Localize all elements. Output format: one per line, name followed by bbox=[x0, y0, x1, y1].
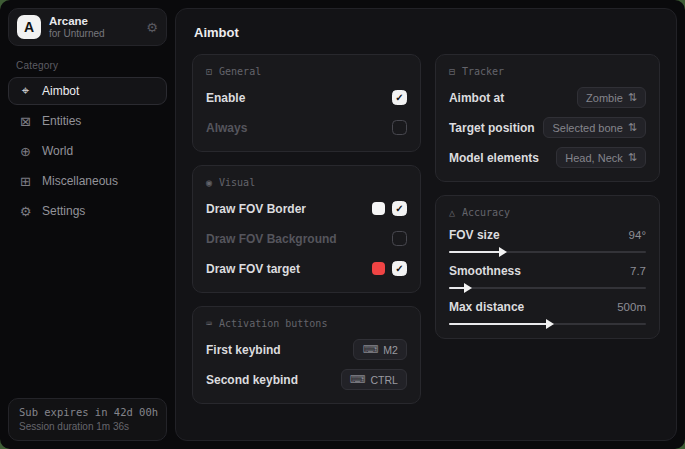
grid-icon: ⊞ bbox=[18, 174, 33, 189]
entities-icon: ⊠ bbox=[18, 114, 33, 129]
sidebar-item-label: Entities bbox=[42, 114, 81, 128]
slider-row-smoothness: Smoothness 7.7 bbox=[449, 264, 646, 289]
setting-row-first-keybind: First keybind ⌨ M2 bbox=[206, 339, 407, 360]
model-elements-dropdown[interactable]: Head, Neck ⇅ bbox=[556, 147, 646, 168]
sidebar-item-world[interactable]: ⊕ World bbox=[8, 137, 167, 165]
sidebar-item-label: Miscellaneous bbox=[42, 174, 118, 188]
setting-label: First keybind bbox=[206, 343, 281, 357]
keyboard-icon: ⌨ bbox=[362, 343, 378, 356]
aimbot-at-dropdown[interactable]: Zombie ⇅ bbox=[577, 87, 646, 108]
brand-logo: A bbox=[17, 15, 41, 39]
subscription-card: Sub expires in 42d 00h Session duration … bbox=[8, 398, 167, 441]
tracker-card: ⊟ Tracker Aimbot at Zombie ⇅ Target posi… bbox=[435, 54, 660, 182]
setting-row-enable: Enable ✓ bbox=[206, 87, 407, 108]
enable-checkbox[interactable]: ✓ bbox=[392, 90, 407, 105]
setting-row-aimbot-at: Aimbot at Zombie ⇅ bbox=[449, 87, 646, 108]
setting-row-fov-target: Draw FOV target ✓ bbox=[206, 258, 407, 279]
slider-row-fov-size: FOV size 94° bbox=[449, 228, 646, 253]
tracker-icon: ⊟ bbox=[449, 66, 455, 77]
dropdown-value: Head, Neck bbox=[565, 152, 622, 164]
setting-label: Enable bbox=[206, 91, 245, 105]
card-header-label: Accuracy bbox=[462, 207, 510, 218]
sidebar-item-label: Aimbot bbox=[42, 84, 79, 98]
general-icon: ⊡ bbox=[206, 66, 212, 77]
sidebar-item-miscellaneous[interactable]: ⊞ Miscellaneous bbox=[8, 167, 167, 195]
setting-label: Smoothness bbox=[449, 264, 521, 278]
brand-subtitle: for Unturned bbox=[49, 28, 138, 39]
slider-value: 7.7 bbox=[630, 265, 646, 277]
setting-label: Second keybind bbox=[206, 373, 298, 387]
dropdown-value: Selected bone bbox=[552, 122, 622, 134]
setting-label: Max distance bbox=[449, 300, 524, 314]
keyboard-icon: ⌨ bbox=[350, 373, 366, 386]
setting-label: Draw FOV target bbox=[206, 262, 300, 276]
settings-gear-icon: ⚙ bbox=[18, 204, 33, 219]
sidebar-item-label: Settings bbox=[42, 204, 85, 218]
keybind-value: CTRL bbox=[371, 374, 398, 386]
category-label: Category bbox=[16, 60, 167, 71]
always-checkbox[interactable]: ✓ bbox=[392, 120, 407, 135]
setting-label: Model elements bbox=[449, 151, 539, 165]
setting-label: Aimbot at bbox=[449, 91, 504, 105]
visual-card: ◉ Visual Draw FOV Border ✓ Draw FOV Back… bbox=[192, 165, 421, 293]
fov-border-checkbox[interactable]: ✓ bbox=[392, 201, 407, 216]
brand-title: Arcane bbox=[49, 15, 138, 28]
page-title: Aimbot bbox=[194, 25, 660, 40]
sub-expiry-text: Sub expires in 42d 00h bbox=[19, 406, 156, 418]
fov-size-slider[interactable] bbox=[449, 251, 646, 253]
sidebar-item-label: World bbox=[42, 144, 73, 158]
chevron-expand-icon: ⇅ bbox=[628, 91, 637, 104]
session-duration-text: Session duration 1m 36s bbox=[19, 421, 156, 432]
second-keybind-button[interactable]: ⌨ CTRL bbox=[341, 369, 407, 390]
sidebar-nav: ⌖ Aimbot ⊠ Entities ⊕ World ⊞ Miscellane… bbox=[8, 77, 167, 225]
color-swatch[interactable] bbox=[372, 262, 385, 275]
sidebar-item-settings[interactable]: ⚙ Settings bbox=[8, 197, 167, 225]
visual-icon: ◉ bbox=[206, 177, 212, 188]
fov-background-checkbox[interactable]: ✓ bbox=[392, 231, 407, 246]
card-header-label: General bbox=[219, 66, 261, 77]
setting-row-second-keybind: Second keybind ⌨ CTRL bbox=[206, 369, 407, 390]
chevron-expand-icon: ⇅ bbox=[628, 121, 637, 134]
globe-icon: ⊕ bbox=[18, 144, 33, 159]
crosshair-icon: ⌖ bbox=[18, 83, 33, 99]
dropdown-value: Zombie bbox=[586, 92, 623, 104]
brand-card: A Arcane for Unturned ⚙ bbox=[8, 8, 167, 46]
color-swatch[interactable] bbox=[372, 202, 385, 215]
setting-row-always: Always ✓ bbox=[206, 117, 407, 138]
slider-value: 94° bbox=[629, 229, 646, 241]
accuracy-icon: △ bbox=[449, 207, 455, 218]
max-distance-slider[interactable] bbox=[449, 323, 646, 325]
chevron-expand-icon: ⇅ bbox=[628, 151, 637, 164]
setting-label: FOV size bbox=[449, 228, 500, 242]
setting-label: Target position bbox=[449, 121, 535, 135]
setting-row-fov-border: Draw FOV Border ✓ bbox=[206, 198, 407, 219]
setting-label: Draw FOV Background bbox=[206, 232, 337, 246]
gear-icon[interactable]: ⚙ bbox=[146, 20, 158, 35]
setting-row-fov-background: Draw FOV Background ✓ bbox=[206, 228, 407, 249]
setting-label: Always bbox=[206, 121, 247, 135]
accuracy-card: △ Accuracy FOV size 94° bbox=[435, 195, 660, 339]
card-header-label: Visual bbox=[219, 177, 255, 188]
brand-text: Arcane for Unturned bbox=[49, 15, 138, 39]
slider-thumb[interactable] bbox=[499, 247, 507, 257]
sidebar-item-entities[interactable]: ⊠ Entities bbox=[8, 107, 167, 135]
general-card: ⊡ General Enable ✓ Always ✓ bbox=[192, 54, 421, 152]
slider-thumb[interactable] bbox=[546, 319, 554, 329]
setting-row-target-position: Target position Selected bone ⇅ bbox=[449, 117, 646, 138]
card-header-label: Activation buttons bbox=[219, 318, 327, 329]
main-panel: Aimbot ⊡ General Enable ✓ Always ✓ bbox=[175, 8, 677, 441]
target-position-dropdown[interactable]: Selected bone ⇅ bbox=[543, 117, 646, 138]
slider-row-max-distance: Max distance 500m bbox=[449, 300, 646, 325]
sidebar-item-aimbot[interactable]: ⌖ Aimbot bbox=[8, 77, 167, 105]
slider-value: 500m bbox=[617, 301, 646, 313]
setting-row-model-elements: Model elements Head, Neck ⇅ bbox=[449, 147, 646, 168]
keyboard-icon: ⌨ bbox=[206, 318, 212, 329]
setting-label: Draw FOV Border bbox=[206, 202, 306, 216]
fov-target-checkbox[interactable]: ✓ bbox=[392, 261, 407, 276]
slider-thumb[interactable] bbox=[464, 283, 472, 293]
sidebar: A Arcane for Unturned ⚙ Category ⌖ Aimbo… bbox=[0, 0, 175, 449]
smoothness-slider[interactable] bbox=[449, 287, 646, 289]
card-header-label: Tracker bbox=[462, 66, 504, 77]
activation-card: ⌨ Activation buttons First keybind ⌨ M2 … bbox=[192, 306, 421, 404]
first-keybind-button[interactable]: ⌨ M2 bbox=[353, 339, 406, 360]
